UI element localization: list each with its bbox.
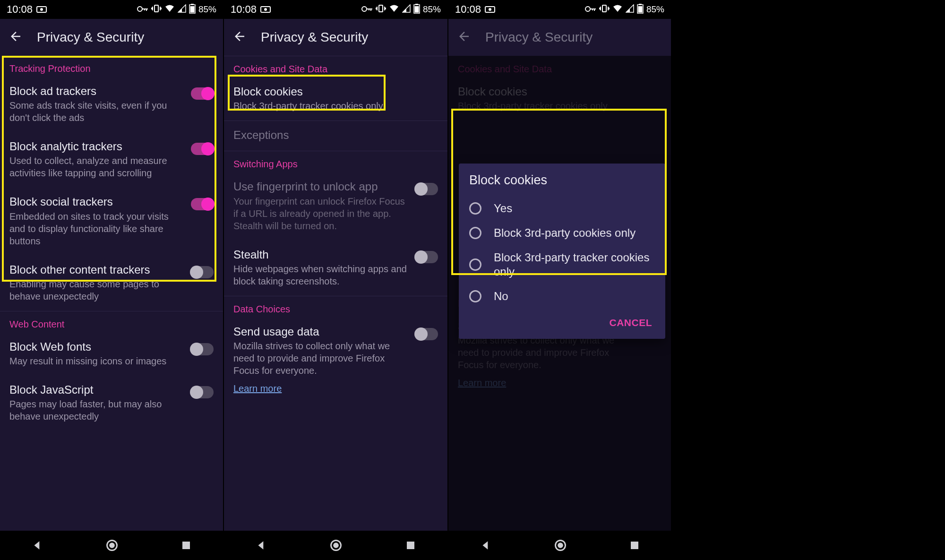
svg-rect-18 [414,6,419,13]
svg-rect-32 [631,542,638,549]
svg-point-0 [137,7,142,11]
pref-fingerprint: Use fingerprint to unlock app Your finge… [224,172,447,240]
system-nav-bar [448,531,671,560]
svg-rect-25 [592,9,593,10]
pref-subtitle: Some ads track site visits, even if you … [9,99,184,124]
app-bar: Privacy & Security [448,19,671,56]
battery-percent: 85% [646,4,664,15]
nav-recent-button[interactable] [405,540,416,551]
nav-back-button[interactable] [255,539,267,551]
nav-home-button[interactable] [105,539,119,552]
pref-subtitle: Mozilla strives to collect only what we … [233,340,409,377]
vibrate-icon [599,4,610,15]
pref-block-other-content-trackers[interactable]: Block other content trackers Enabling ma… [0,256,223,311]
phone-screen-2: 10:08 85% Privacy & Security Cookies and… [224,0,447,560]
wifi-icon [612,4,623,15]
vibrate-icon [376,4,386,15]
learn-more-link[interactable]: Learn more [224,383,291,402]
pref-block-social-trackers[interactable]: Block social trackers Embedded on sites … [0,188,223,255]
battery-percent: 85% [423,4,441,15]
radio-icon [469,258,481,271]
pref-block-cookies[interactable]: Block cookies Block 3rd-party tracker co… [224,78,447,121]
svg-rect-10 [182,542,190,549]
vpn-key-icon [361,4,373,15]
settings-list: Cookies and Site Data Block cookies Bloc… [448,56,671,531]
vibrate-icon [151,4,162,15]
toggle-switch[interactable] [191,143,214,155]
radio-option-3rd-party[interactable]: Block 3rd-party cookies only [469,221,655,245]
pref-title: Send usage data [233,324,409,339]
svg-rect-13 [370,9,371,11]
svg-rect-24 [594,9,595,11]
back-icon [457,29,471,45]
section-data-choices: Data Choices [224,296,447,318]
page-title: Privacy & Security [485,30,593,45]
pref-block-ad-trackers[interactable]: Block ad trackers Some ads track site vi… [0,77,223,132]
battery-icon [189,3,196,16]
radio-option-3rd-party-tracker[interactable]: Block 3rd-party tracker cookies only [469,245,655,284]
nav-home-button[interactable] [329,539,343,552]
toggle-switch[interactable] [415,251,438,263]
toggle-switch[interactable] [415,328,438,340]
pref-title: Block JavaScript [9,382,184,397]
status-bar: 10:08 85% [0,0,223,19]
battery-icon [637,3,644,16]
camera-indicator-icon [36,6,47,13]
nav-back-button[interactable] [31,539,43,551]
phone-screen-3: 10:08 85% Privacy & Security Cookies and… [448,0,671,560]
pref-stealth[interactable]: Stealth Hide webpages when switching app… [224,241,447,296]
wifi-icon [389,4,399,15]
svg-point-31 [558,543,563,548]
pref-subtitle: May result in missing icons or images [9,355,184,367]
svg-rect-2 [146,9,147,11]
signal-icon [402,4,411,15]
pref-title: Exceptions [233,128,438,142]
pref-title: Stealth [233,247,409,262]
nav-recent-button[interactable] [629,540,640,551]
signal-icon [626,4,634,15]
status-bar: 10:08 85% [224,0,447,19]
pref-block-javascript[interactable]: Block JavaScript Pages may load faster, … [0,376,223,431]
back-icon[interactable] [9,29,23,45]
toggle-switch[interactable] [191,87,214,100]
pref-subtitle: Hide webpages when switching apps and bl… [233,263,409,287]
svg-rect-3 [144,9,145,10]
svg-rect-17 [415,4,418,5]
pref-title: Block cookies [233,84,438,99]
toggle-switch[interactable] [191,386,214,398]
pref-subtitle: Block 3rd-party tracker cookies only [233,100,438,112]
vpn-key-icon [585,4,596,15]
cancel-button[interactable]: CANCEL [607,313,655,332]
pref-title: Block analytic trackers [9,139,184,154]
nav-home-button[interactable] [554,539,567,552]
pref-block-analytic-trackers[interactable]: Block analytic trackers Used to collect,… [0,132,223,188]
toggle-switch[interactable] [191,266,214,278]
toggle-switch[interactable] [191,198,214,210]
pref-send-usage-data[interactable]: Send usage data Mozilla strives to colle… [224,318,447,385]
radio-label: Block 3rd-party tracker cookies only [494,250,655,279]
svg-rect-29 [638,6,642,13]
vpn-key-icon [137,4,148,15]
camera-indicator-icon [485,6,495,13]
svg-point-9 [109,543,115,548]
status-time: 10:08 [231,3,257,16]
pref-subtitle: Used to collect, analyze and measure act… [9,155,184,179]
svg-point-11 [362,7,367,11]
radio-option-yes[interactable]: Yes [469,196,655,221]
svg-rect-15 [379,5,383,12]
wifi-icon [164,4,175,15]
radio-icon [469,290,481,302]
system-nav-bar [224,531,447,560]
toggle-switch[interactable] [191,343,214,355]
pref-block-web-fonts[interactable]: Block Web fonts May result in missing ic… [0,333,223,376]
signal-icon [178,4,186,15]
nav-recent-button[interactable] [180,540,192,551]
battery-icon [413,3,420,16]
svg-point-20 [334,543,339,548]
radio-option-no[interactable]: No [469,284,655,309]
back-icon[interactable] [232,29,247,45]
section-web-content: Web Content [0,311,223,333]
camera-indicator-icon [260,6,271,13]
svg-rect-14 [369,9,369,10]
nav-back-button[interactable] [480,539,492,551]
